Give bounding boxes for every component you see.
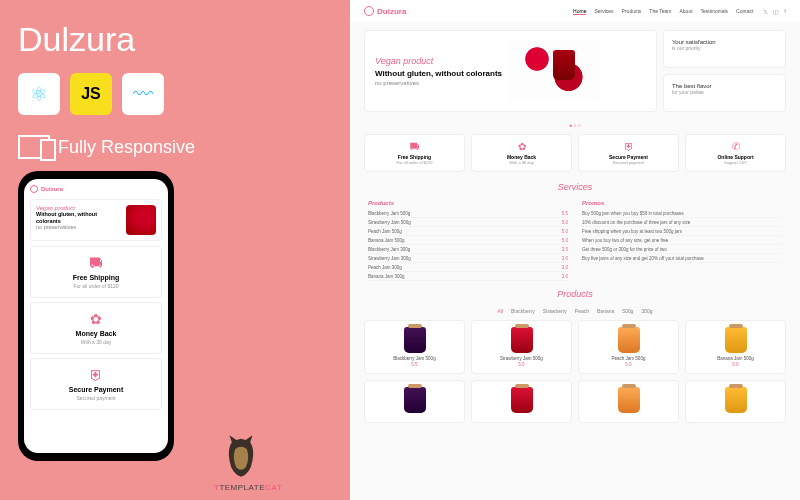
feature-card: ⛟Free ShippingFor all order of $120 [364, 134, 465, 172]
hero-main: Vegan product Without gluten, without co… [364, 30, 657, 112]
product-card[interactable]: Strawberry Jam 500g5.0 [471, 320, 572, 374]
nav-link[interactable]: Services [594, 8, 613, 15]
nav-link[interactable]: Products [622, 8, 642, 15]
phone-feature-card: ⛨Secure PaymentSecured payment [30, 358, 162, 410]
promo-item: 10% discount on the purchase of three ja… [582, 218, 782, 227]
promo-item: Buy five jams of any size and get 20% of… [582, 254, 782, 263]
react-icon: ⚛ [18, 73, 60, 115]
nav-link[interactable]: About [680, 8, 693, 15]
services-heading: Services [350, 176, 800, 198]
feature-card: ⛨Secure PaymentSecured payment [578, 134, 679, 172]
jam-image [126, 205, 156, 235]
service-item: Banana Jam 300g3.0 [368, 272, 568, 281]
phone-feature-card: ✿Money BackWith a 30 day [30, 302, 162, 354]
promo-item: Buy 500g jam when you buy $50 in total p… [582, 209, 782, 218]
filter-tab[interactable]: 300g [641, 308, 652, 314]
filter-tab[interactable]: 500g [622, 308, 633, 314]
product-card[interactable] [578, 380, 679, 423]
hero-section: Vegan product Without gluten, without co… [350, 22, 800, 120]
nav-link[interactable]: The Team [649, 8, 671, 15]
product-card[interactable] [364, 380, 465, 423]
templatecat-logo: TTEMPLATECAT [214, 433, 268, 492]
filter-tab[interactable]: Peach [575, 308, 589, 314]
hero-side-card[interactable]: The best flavorfor your palate [663, 74, 786, 112]
carousel-dots[interactable]: ● ○ ○ [350, 120, 800, 130]
filter-tab[interactable]: Blackberry [511, 308, 535, 314]
service-item: Peach Jam 300g3.0 [368, 263, 568, 272]
product-row: Blackberry Jam 500g5.5Strawberry Jam 500… [350, 317, 800, 377]
product-card[interactable]: Blackberry Jam 500g5.5 [364, 320, 465, 374]
promo-panel: Dulzura ⚛ JS 〰 Fully Responsive Dulzura … [0, 0, 350, 500]
tech-badges: ⚛ JS 〰 [18, 73, 332, 115]
filter-tab[interactable]: All [497, 308, 503, 314]
responsive-badge: Fully Responsive [18, 135, 332, 159]
feature-card: ✿Money BackWith a 30 day [471, 134, 572, 172]
hero-image [510, 41, 600, 101]
phone-feature-card: ⛟Free ShippingFor all order of $120 [30, 246, 162, 298]
product-card[interactable]: Peach Jam 500g5.0 [578, 320, 679, 374]
tailwind-icon: 〰 [122, 73, 164, 115]
phone-hero: Vegan product Without gluten, without co… [30, 199, 162, 241]
website-preview: Dulzura HomeServicesProductsThe TeamAbou… [350, 0, 800, 500]
product-row [350, 377, 800, 426]
service-item: Peach Jam 500g5.0 [368, 227, 568, 236]
service-item: Strawberry Jam 500g5.0 [368, 218, 568, 227]
promo-item: When you buy two of any size, get one fr… [582, 236, 782, 245]
product-card[interactable]: Banana Jam 500g5.0 [685, 320, 786, 374]
feature-card: ✆Online SupportSupport 24/7 [685, 134, 786, 172]
product-card[interactable] [471, 380, 572, 423]
nav-links: HomeServicesProductsThe TeamAboutTestimo… [573, 8, 753, 15]
instagram-icon[interactable]: ◫ [773, 8, 779, 15]
products-heading: Products [350, 283, 800, 305]
service-item: Strawberry Jam 300g3.0 [368, 254, 568, 263]
nav-link[interactable]: Home [573, 8, 586, 15]
promo-title: Dulzura [18, 20, 332, 59]
service-item: Blackberry Jam 300g3.5 [368, 245, 568, 254]
service-item: Banana Jam 500g5.0 [368, 236, 568, 245]
twitter-icon[interactable]: 𝕏 [763, 8, 768, 15]
nav-link[interactable]: Contact [736, 8, 753, 15]
filter-tab[interactable]: Strawberry [543, 308, 567, 314]
phone-mockup: Dulzura Vegan product Without gluten, wi… [18, 171, 174, 461]
promo-item: Free shipping when you buy at least two … [582, 227, 782, 236]
js-icon: JS [70, 73, 112, 115]
social-icons: 𝕏 ◫ f [763, 8, 786, 15]
navbar: Dulzura HomeServicesProductsThe TeamAbou… [350, 0, 800, 22]
filter-tab[interactable]: Banana [597, 308, 614, 314]
nav-link[interactable]: Testimonials [701, 8, 729, 15]
facebook-icon[interactable]: f [784, 8, 786, 15]
hero-side-card[interactable]: Your satisfactionis our priority [663, 30, 786, 68]
product-filters: AllBlackberryStrawberryPeachBanana500g30… [350, 305, 800, 317]
phone-logo: Dulzura [30, 185, 162, 193]
site-logo[interactable]: Dulzura [364, 6, 406, 16]
services-section: ProductsBlackberry Jam 500g5.5Strawberry… [350, 198, 800, 283]
devices-icon [18, 135, 50, 159]
product-card[interactable] [685, 380, 786, 423]
features-row: ⛟Free ShippingFor all order of $120✿Mone… [350, 130, 800, 176]
service-item: Blackberry Jam 500g5.5 [368, 209, 568, 218]
promo-item: Get three 500g or 300g for the price of … [582, 245, 782, 254]
